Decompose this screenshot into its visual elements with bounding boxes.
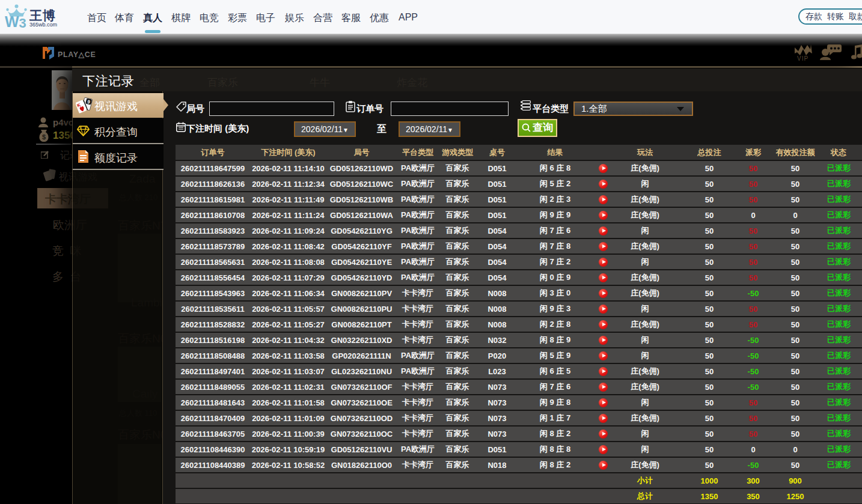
svg-text:*: * <box>44 124 47 129</box>
svg-text:$: $ <box>42 133 46 141</box>
svg-text:W: W <box>5 13 19 30</box>
svg-text:VIP: VIP <box>797 55 809 61</box>
svg-text:3: 3 <box>19 16 26 30</box>
